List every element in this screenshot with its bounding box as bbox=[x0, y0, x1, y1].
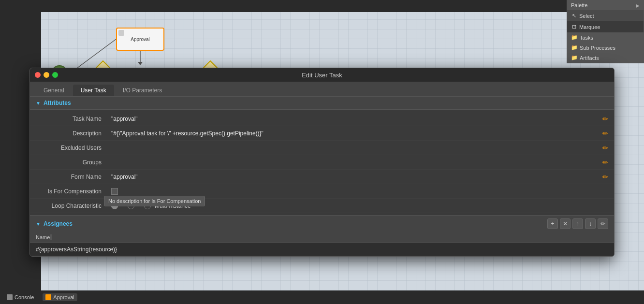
col-resize-handle[interactable] bbox=[50, 234, 52, 240]
assignees-section-title: Assignees bbox=[44, 220, 73, 227]
assignees-row-0-value: #{approversAsString(resource)} bbox=[36, 246, 117, 253]
modal-title: Edit User Task bbox=[302, 72, 342, 79]
assignees-actions: + ✕ ↑ ↓ ✏ bbox=[547, 218, 608, 229]
excluded-users-label: Excluded Users bbox=[30, 145, 107, 151]
field-description: Description "#{\"Approval task for \" +r… bbox=[30, 126, 614, 141]
traffic-lights bbox=[35, 72, 58, 78]
form-name-label: Form Name bbox=[30, 174, 107, 180]
attributes-section-arrow[interactable]: ▼ bbox=[36, 101, 41, 106]
loop-characteristic-label: Loop Characteristic bbox=[30, 203, 107, 209]
is-for-compensation-value bbox=[107, 186, 614, 197]
field-task-name: Task Name "approval" ✏ bbox=[30, 112, 614, 126]
assignees-edit-button[interactable]: ✏ bbox=[598, 218, 608, 229]
task-name-edit-button[interactable]: ✏ bbox=[599, 112, 612, 126]
assignees-add-button[interactable]: + bbox=[547, 218, 558, 229]
modal-titlebar: Edit User Task bbox=[30, 68, 614, 82]
assignees-remove-button[interactable]: ✕ bbox=[560, 218, 571, 229]
form-name-value: "approval" bbox=[107, 172, 599, 182]
assignees-section-header: ▼ Assignees + ✕ ↑ ↓ ✏ bbox=[30, 215, 614, 232]
form-name-edit-button[interactable]: ✏ bbox=[599, 170, 612, 184]
tab-io-parameters[interactable]: I/O Parameters bbox=[115, 85, 170, 96]
modal-overlay: Edit User Task General User Task I/O Par… bbox=[0, 0, 644, 304]
description-value: "#{\"Approval task for \" +resource.getS… bbox=[107, 128, 599, 139]
assignees-row-0[interactable]: #{approversAsString(resource)} bbox=[30, 243, 614, 256]
tooltip-is-for-compensation: No description for Is For Compensation bbox=[104, 196, 205, 206]
modal-tabs: General User Task I/O Parameters bbox=[30, 82, 614, 96]
groups-value bbox=[107, 160, 599, 164]
attributes-section-title: Attributes bbox=[44, 100, 71, 106]
is-for-compensation-label: Is For Compensation bbox=[30, 188, 107, 195]
field-form-name: Form Name "approval" ✏ bbox=[30, 170, 614, 184]
groups-edit-button[interactable]: ✏ bbox=[599, 156, 612, 169]
modal-body: ▼ Attributes Task Name "approval" ✏ Desc… bbox=[30, 96, 614, 256]
description-edit-button[interactable]: ✏ bbox=[599, 127, 612, 140]
edit-user-task-modal: Edit User Task General User Task I/O Par… bbox=[29, 68, 615, 257]
task-name-label: Task Name bbox=[30, 116, 107, 122]
description-label: Description bbox=[30, 130, 107, 137]
maximize-window-button[interactable] bbox=[52, 72, 58, 78]
tab-general[interactable]: General bbox=[36, 85, 72, 96]
excluded-users-value bbox=[107, 146, 599, 150]
minimize-window-button[interactable] bbox=[44, 72, 49, 78]
excluded-users-edit-button[interactable]: ✏ bbox=[599, 141, 612, 155]
assignees-section-arrow[interactable]: ▼ bbox=[36, 221, 41, 227]
field-groups: Groups ✏ bbox=[30, 155, 614, 170]
field-excluded-users: Excluded Users ✏ bbox=[30, 141, 614, 155]
assignees-column-header-name: Name bbox=[30, 232, 614, 243]
assignees-down-button[interactable]: ↓ bbox=[585, 218, 596, 229]
is-for-compensation-checkbox[interactable] bbox=[111, 188, 118, 195]
assignees-col-name-label: Name bbox=[36, 234, 50, 240]
assignees-table: Name #{approversAsString(resource)} bbox=[30, 232, 614, 256]
task-name-value: "approval" bbox=[107, 114, 599, 124]
assignees-up-button[interactable]: ↑ bbox=[572, 218, 583, 229]
close-window-button[interactable] bbox=[35, 72, 41, 78]
tab-user-task[interactable]: User Task bbox=[73, 85, 114, 96]
assignees-title-area: ▼ Assignees bbox=[36, 220, 73, 227]
groups-label: Groups bbox=[30, 159, 107, 166]
attributes-section-header: ▼ Attributes bbox=[30, 96, 614, 110]
